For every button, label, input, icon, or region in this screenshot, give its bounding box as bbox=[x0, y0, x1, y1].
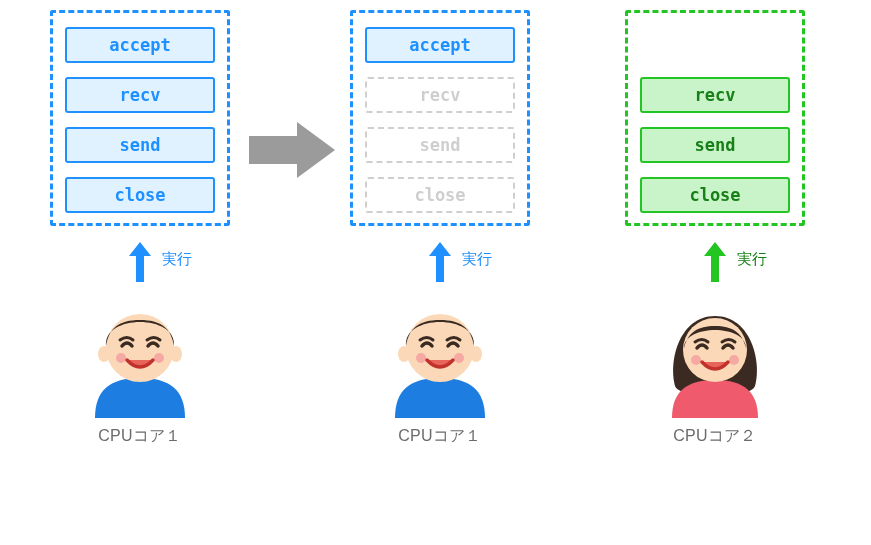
svg-point-12 bbox=[729, 355, 739, 365]
svg-point-0 bbox=[106, 314, 174, 382]
svg-point-5 bbox=[406, 314, 474, 382]
op-send: send bbox=[640, 127, 790, 163]
cpu-label: CPUコア１ bbox=[398, 426, 482, 447]
op-close: close bbox=[65, 177, 215, 213]
op-close: close bbox=[640, 177, 790, 213]
diagram-stage: accept recv send close 実行 bbox=[0, 0, 871, 545]
exec-label: 実行 bbox=[162, 250, 192, 269]
exec-label: 実行 bbox=[462, 250, 492, 269]
op-stack-after-core2: recv send close bbox=[625, 10, 805, 226]
column-after-core1: accept recv send close 実行 bbox=[345, 10, 535, 447]
svg-point-7 bbox=[470, 346, 482, 362]
svg-point-4 bbox=[154, 353, 164, 363]
svg-point-9 bbox=[454, 353, 464, 363]
cpu-label: CPUコア１ bbox=[98, 426, 182, 447]
cpu-label: CPUコア２ bbox=[673, 426, 757, 447]
arrow-up-icon bbox=[427, 240, 453, 284]
arrow-up-icon bbox=[127, 240, 153, 284]
op-stack-after-core1: accept recv send close bbox=[350, 10, 530, 226]
column-before: accept recv send close 実行 bbox=[45, 10, 235, 447]
op-recv: recv bbox=[65, 77, 215, 113]
exec-arrow: 実行 bbox=[345, 238, 535, 286]
op-close: close bbox=[365, 177, 515, 213]
person-boy-icon bbox=[75, 290, 205, 420]
op-accept: accept bbox=[65, 27, 215, 63]
transition-arrow-icon bbox=[247, 120, 337, 180]
column-after-core2: recv send close 実行 CPUコア２ bbox=[620, 10, 810, 447]
svg-point-1 bbox=[98, 346, 110, 362]
op-accept: accept bbox=[365, 27, 515, 63]
svg-point-11 bbox=[691, 355, 701, 365]
op-send: send bbox=[65, 127, 215, 163]
arrow-up-icon bbox=[702, 240, 728, 284]
person-girl-icon bbox=[650, 290, 780, 420]
svg-point-6 bbox=[398, 346, 410, 362]
op-recv: recv bbox=[365, 77, 515, 113]
op-stack-before: accept recv send close bbox=[50, 10, 230, 226]
exec-label: 実行 bbox=[737, 250, 767, 269]
op-recv: recv bbox=[640, 77, 790, 113]
person-boy-icon bbox=[375, 290, 505, 420]
svg-point-2 bbox=[170, 346, 182, 362]
exec-arrow: 実行 bbox=[620, 238, 810, 286]
svg-point-8 bbox=[416, 353, 426, 363]
op-send: send bbox=[365, 127, 515, 163]
svg-point-3 bbox=[116, 353, 126, 363]
exec-arrow: 実行 bbox=[45, 238, 235, 286]
